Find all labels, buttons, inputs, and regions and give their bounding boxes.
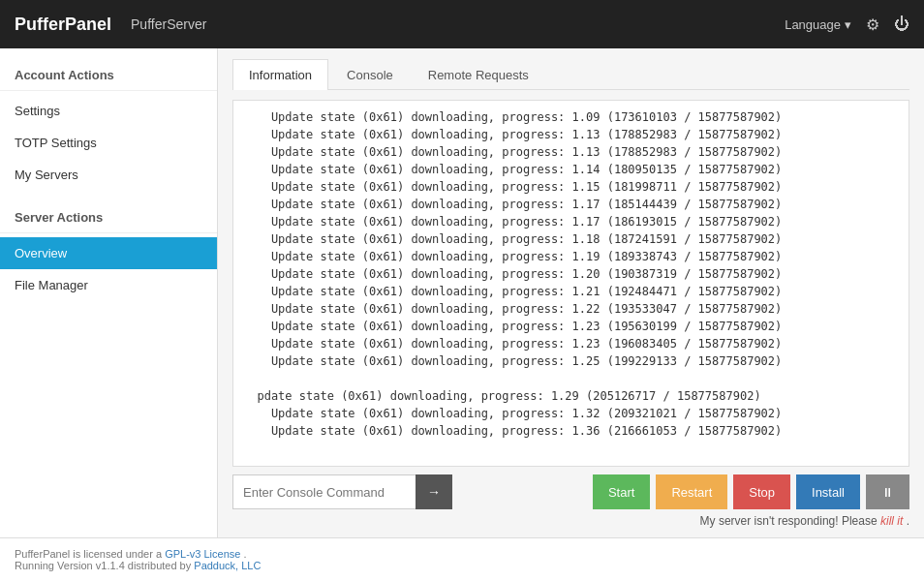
server-name: PufferServer — [131, 16, 206, 32]
settings-icon[interactable]: ⚙ — [866, 15, 879, 34]
sidebar-item-file-manager[interactable]: File Manager — [0, 269, 217, 301]
tab-console[interactable]: Console — [330, 59, 410, 90]
footer: PufferPanel is licensed under a GPL-v3 L… — [0, 537, 924, 581]
server-section: Server Actions Overview File Manager — [0, 200, 217, 301]
brand-logo: PufferPanel — [15, 15, 111, 35]
header-left: PufferPanel PufferServer — [15, 15, 206, 35]
footer-license: PufferPanel is licensed under a GPL-v3 L… — [15, 548, 909, 560]
tab-remote-requests[interactable]: Remote Requests — [412, 59, 545, 90]
power-icon[interactable]: ⏻ — [894, 15, 909, 33]
pause-button[interactable]: ⏸ — [866, 474, 909, 509]
stop-button[interactable]: Stop — [733, 474, 790, 509]
language-button[interactable]: Language ▾ — [785, 17, 851, 32]
version-link[interactable]: Padduck, LLC — [194, 560, 261, 571]
tab-information[interactable]: Information — [232, 59, 328, 90]
license-link[interactable]: GPL-v3 License — [165, 548, 240, 560]
sidebar-item-totp[interactable]: TOTP Settings — [0, 127, 217, 159]
server-section-title: Server Actions — [0, 200, 217, 233]
restart-button[interactable]: Restart — [656, 474, 727, 509]
main-layout: Account Actions Settings TOTP Settings M… — [0, 48, 924, 537]
sidebar: Account Actions Settings TOTP Settings M… — [0, 48, 218, 537]
kill-link[interactable]: kill it — [880, 514, 903, 528]
content-area: Information Console Remote Requests Upda… — [218, 48, 924, 537]
footer-version: Running Version v1.1.4 distributed by Pa… — [15, 560, 909, 571]
status-row: My server isn't responding! Please kill … — [232, 514, 909, 528]
account-section-title: Account Actions — [0, 58, 217, 91]
console-output[interactable]: Update state (0x61) downloading, progres… — [232, 100, 909, 467]
account-section: Account Actions Settings TOTP Settings M… — [0, 58, 217, 191]
sidebar-item-my-servers[interactable]: My Servers — [0, 159, 217, 191]
console-send-button[interactable]: → — [416, 474, 452, 509]
chevron-down-icon: ▾ — [845, 17, 851, 32]
header: PufferPanel PufferServer Language ▾ ⚙ ⏻ — [0, 0, 924, 48]
install-button[interactable]: Install — [796, 474, 860, 509]
console-input-group: → — [232, 474, 452, 509]
console-input[interactable] — [232, 474, 416, 509]
header-right: Language ▾ ⚙ ⏻ — [785, 15, 909, 34]
start-button[interactable]: Start — [593, 474, 650, 509]
tabs-bar: Information Console Remote Requests — [232, 58, 909, 90]
sidebar-item-overview[interactable]: Overview — [0, 237, 217, 269]
status-message: My server isn't responding! Please kill … — [700, 514, 909, 528]
action-buttons: Start Restart Stop Install ⏸ — [593, 474, 909, 509]
bottom-controls: → Start Restart Stop Install ⏸ — [232, 474, 909, 509]
sidebar-item-settings[interactable]: Settings — [0, 95, 217, 127]
language-label: Language — [785, 17, 841, 32]
